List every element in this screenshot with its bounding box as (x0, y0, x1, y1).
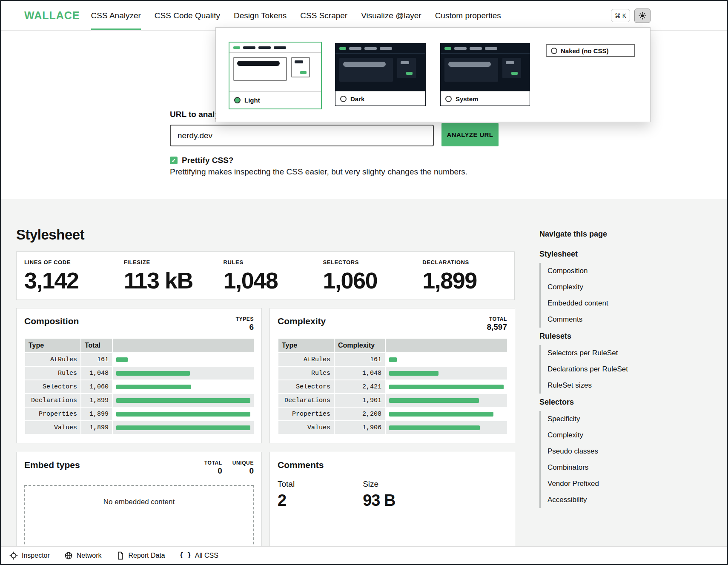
page-nav-item-declarations-per-ruleset[interactable]: Declarations per RuleSet (541, 361, 659, 377)
theme-option-dark[interactable]: Dark (335, 43, 426, 106)
page-title: Stylesheet (16, 227, 84, 243)
complexity-card: Complexity TOTAL 8,597 Type Complexity A… (269, 308, 515, 443)
nav-css-code-quality[interactable]: CSS Code Quality (155, 1, 220, 30)
table-row: AtRules161 (25, 353, 254, 366)
dark-radio[interactable] (340, 96, 347, 102)
theme-option-naked[interactable]: Naked (no CSS) (546, 44, 635, 57)
stat-declarations: DECLARATIONS 1,899 (415, 252, 514, 300)
stat-filesize: FILESIZE 113 kB (116, 252, 216, 300)
value-bar (389, 385, 504, 389)
theme-dark-label-row: Dark (335, 91, 425, 106)
prettify-row: Prettify CSS? (170, 156, 233, 165)
nav-css-analyzer[interactable]: CSS Analyzer (91, 1, 141, 30)
report-data-tab[interactable]: Report Data (116, 551, 165, 560)
value-bar (116, 425, 250, 430)
page-nav-section-stylesheet[interactable]: Stylesheet (539, 245, 659, 263)
nav-right-controls: ⌘ K (611, 9, 651, 23)
top-navbar: WALLACE CSS Analyzer CSS Code Quality De… (1, 1, 727, 31)
table-row: Rules1,048 (278, 367, 507, 380)
bottom-toolbar: Inspector Network Report Data { } All CS… (1, 546, 727, 564)
theme-toggle-button[interactable] (634, 9, 651, 23)
table-row: Declarations1,901 (278, 394, 507, 407)
nav-custom-properties[interactable]: Custom properties (435, 1, 501, 30)
value-bar (389, 398, 479, 403)
value-bar (116, 371, 190, 376)
page-nav-item-complexity[interactable]: Complexity (541, 279, 659, 295)
prettify-checkbox[interactable] (170, 157, 178, 164)
page-nav-item-embedded-content[interactable]: Embedded content (541, 295, 659, 311)
page-nav-title: Navigate this page (539, 230, 659, 239)
app-window: WALLACE CSS Analyzer CSS Code Quality De… (0, 0, 728, 565)
all-css-tab[interactable]: { } All CSS (180, 552, 218, 559)
value-bar (389, 357, 397, 362)
network-tab[interactable]: Network (64, 551, 102, 560)
table-row: Selectors2,421 (278, 380, 507, 393)
page-nav-item-selector-complexity[interactable]: Complexity (541, 427, 659, 443)
comments-card: Comments Total 2 Size 93 B (269, 452, 515, 558)
page-nav-item-pseudo-classes[interactable]: Pseudo classes (541, 443, 659, 459)
nav-visualize-layer[interactable]: Visualize @layer (361, 1, 421, 30)
stylesheet-stats-card: LINES OF CODE 3,142 FILESIZE 113 kB RULE… (16, 251, 515, 300)
theme-preview-light (229, 43, 321, 91)
theme-system-label: System (456, 95, 478, 103)
theme-preview-system (441, 43, 530, 91)
analyze-url-button[interactable]: ANALYZE URL (441, 123, 499, 146)
table-row: Declarations1,899 (25, 394, 254, 407)
table-row: Values1,906 (278, 421, 507, 434)
theme-preview-dark (335, 43, 425, 91)
comments-total: Total 2 (278, 479, 295, 510)
page-nav-item-ruleset-sizes[interactable]: RuleSet sizes (541, 377, 659, 394)
page-nav-item-accessibility[interactable]: Accessibility (541, 492, 659, 508)
page-nav-item-selectors-per-ruleset[interactable]: Selectors per RuleSet (541, 345, 659, 361)
table-row: Properties1,899 (25, 408, 254, 420)
table-row: AtRules161 (278, 353, 507, 366)
report-data-icon (116, 551, 125, 560)
results-section: Stylesheet LINES OF CODE 3,142 FILESIZE … (1, 199, 727, 564)
value-bar (116, 398, 250, 403)
command-k-button[interactable]: ⌘ K (611, 9, 630, 22)
prettify-hint: Prettifying makes inspecting the CSS eas… (170, 167, 467, 177)
comments-title: Comments (278, 460, 324, 470)
theme-picker-dropdown: Light Dark (215, 27, 651, 122)
table-row: Properties2,208 (278, 408, 507, 420)
network-icon (64, 551, 73, 560)
theme-dark-label: Dark (350, 95, 364, 103)
inspector-tab[interactable]: Inspector (9, 551, 50, 560)
value-bar (116, 412, 250, 417)
inspector-icon (9, 551, 18, 560)
main-nav: CSS Analyzer CSS Code Quality Design Tok… (91, 1, 501, 30)
system-radio[interactable] (445, 96, 452, 102)
page-nav-item-comments[interactable]: Comments (541, 311, 659, 328)
page-nav-item-specificity[interactable]: Specificity (541, 411, 659, 427)
embed-unique-meta: UNIQUE 0 (232, 460, 254, 476)
sun-icon (638, 11, 647, 20)
page-nav-item-combinators[interactable]: Combinators (541, 459, 659, 476)
page-nav-item-vendor-prefixed[interactable]: Vendor Prefixed (541, 476, 659, 492)
page-navigation: Navigate this page Stylesheet Compositio… (539, 230, 659, 508)
composition-types-meta: TYPES 6 (236, 316, 254, 332)
value-bar (116, 385, 191, 389)
url-input[interactable] (170, 125, 434, 146)
no-embedded-content-text: No embedded content (103, 498, 175, 506)
page-nav-section-rulesets[interactable]: Rulesets (539, 328, 659, 345)
value-bar (389, 371, 439, 376)
stat-rules: RULES 1,048 (216, 252, 315, 300)
comments-size: Size 93 B (363, 479, 395, 510)
theme-option-light[interactable]: Light (229, 42, 322, 109)
prettify-label: Prettify CSS? (182, 156, 233, 165)
table-row: Selectors1,060 (25, 380, 254, 393)
page-nav-section-selectors[interactable]: Selectors (539, 394, 659, 411)
embed-types-title: Embed types (24, 460, 80, 470)
wallace-logo[interactable]: WALLACE (24, 9, 80, 22)
theme-option-system[interactable]: System (440, 43, 530, 106)
nav-css-scraper[interactable]: CSS Scraper (300, 1, 347, 30)
composition-card: Composition TYPES 6 Type Total AtRules16… (16, 308, 262, 443)
theme-system-label-row: System (441, 91, 530, 106)
complexity-total-meta: TOTAL 8,597 (487, 316, 507, 332)
naked-radio[interactable] (551, 48, 557, 54)
light-radio[interactable] (234, 97, 241, 103)
nav-design-tokens[interactable]: Design Tokens (234, 1, 287, 30)
page-nav-item-composition[interactable]: Composition (541, 263, 659, 279)
complexity-title: Complexity (278, 316, 326, 326)
all-css-icon: { } (180, 552, 191, 559)
